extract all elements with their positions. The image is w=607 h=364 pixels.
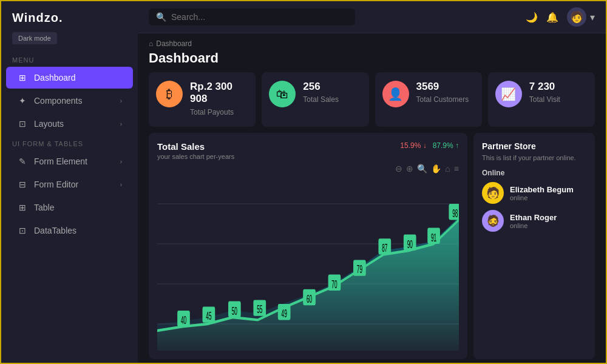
sidebar-item-form-element[interactable]: ✎ Form Element ›	[6, 150, 133, 172]
partner-desc: This is list if your partner online.	[482, 153, 586, 163]
zoom-in-icon[interactable]: 🔍	[417, 164, 427, 174]
svg-text:50: 50	[232, 305, 237, 317]
svg-text:70: 70	[331, 278, 337, 290]
svg-text:91: 91	[431, 232, 436, 243]
sidebar-item-layouts[interactable]: ⊡ Layouts ›	[6, 113, 133, 135]
stat-info-payouts: Rp.2 300 908 Total Payouts	[190, 81, 248, 117]
payouts-icon-wrap: ₿	[156, 81, 183, 107]
moon-icon[interactable]: 🌙	[526, 12, 538, 23]
payouts-icon: ₿	[166, 87, 172, 101]
customers-label: Total Customers	[416, 95, 469, 105]
topbar-icons: 🌙 🔔 🧑 ▾	[526, 7, 595, 27]
bell-icon[interactable]: 🔔	[546, 12, 558, 23]
svg-text:45: 45	[206, 311, 211, 322]
visit-label: Total Visit	[529, 95, 560, 105]
chart-svg: 40 45 50 55 49 60 70 79	[157, 177, 459, 351]
chart-stats: 15.9% ↓ 87.9% ↑	[400, 141, 459, 150]
datatables-icon: ⊡	[17, 226, 28, 235]
pan-icon[interactable]: ✋	[431, 164, 441, 174]
sidebar-item-label-table: Table	[34, 203, 54, 212]
stat-card-sales: 🛍 256 Total Sales	[262, 72, 368, 127]
chart-subtitle: your sales chart per-years	[157, 153, 234, 160]
sidebar-item-datatables[interactable]: ⊡ DataTables	[6, 220, 133, 241]
chart-header: Total Sales your sales chart per-years 1…	[157, 141, 459, 160]
partner-status-0: online	[510, 194, 574, 201]
stat-info-sales: 256 Total Sales	[303, 81, 339, 105]
sidebar-item-form-editor[interactable]: ⊟ Form Editor ›	[6, 174, 133, 195]
partner-card: Partner Store This is list if your partn…	[473, 133, 595, 359]
customers-value: 3569	[416, 81, 469, 93]
zoom-reset-icon[interactable]: ⊕	[406, 164, 413, 174]
main-content: 🔍 🌙 🔔 🧑 ▾ ⌂ Dashboard Dashboard ₿	[138, 1, 606, 364]
zoom-out-icon[interactable]: ⊖	[395, 164, 402, 174]
components-icon: ✦	[17, 96, 28, 106]
home-chart-icon[interactable]: ⌂	[445, 164, 450, 174]
visit-icon: 📈	[501, 87, 516, 101]
visit-value: 7 230	[529, 81, 560, 93]
home-icon: ⌂	[149, 39, 153, 48]
chevron-icon: ›	[120, 98, 122, 104]
payouts-value: Rp.2 300 908	[190, 81, 248, 106]
search-wrap: 🔍	[149, 8, 355, 25]
sales-value: 256	[303, 81, 339, 93]
chart-toolbar: ⊖ ⊕ 🔍 ✋ ⌂ ≡	[157, 164, 459, 174]
partner-info-1: Ethan Roger online	[510, 213, 557, 229]
stat-card-visit: 📈 7 230 Total Visit	[488, 72, 595, 127]
chart-stat-down: 15.9% ↓	[400, 141, 426, 150]
sidebar-item-label-datatables: DataTables	[34, 226, 76, 235]
sidebar-item-label-layouts: Layouts	[34, 119, 64, 129]
sidebar-item-components[interactable]: ✦ Components ›	[6, 90, 133, 112]
form-editor-icon: ⊟	[17, 180, 28, 189]
partner-name-1: Ethan Roger	[510, 213, 557, 222]
svg-text:98: 98	[452, 208, 458, 220]
partner-avatar-0: 🧑	[482, 182, 504, 204]
chevron-icon-form-editor: ›	[120, 181, 122, 188]
form-element-icon: ✎	[17, 157, 28, 166]
sidebar-item-label-form-element: Form Element	[34, 157, 87, 166]
sidebar-item-dashboard[interactable]: ⊞ Dashboard	[6, 67, 133, 89]
svg-text:79: 79	[357, 264, 362, 275]
chart-title-area: Total Sales your sales chart per-years	[157, 141, 234, 160]
chart-title: Total Sales	[157, 141, 234, 152]
sidebar-item-table[interactable]: ⊞ Table	[6, 197, 133, 218]
ui-section-label: UI Form & Tables	[1, 135, 138, 150]
payouts-label: Total Payouts	[190, 108, 248, 118]
search-icon: 🔍	[156, 12, 166, 22]
svg-text:60: 60	[307, 293, 312, 305]
stat-info-customers: 3569 Total Customers	[416, 81, 469, 105]
svg-text:40: 40	[181, 315, 186, 326]
user-chevron-icon: ▾	[590, 12, 595, 23]
sales-icon-wrap: 🛍	[269, 81, 296, 107]
sidebar-item-label-form-editor: Form Editor	[34, 180, 78, 189]
table-icon: ⊞	[17, 203, 28, 212]
sidebar-item-label-components: Components	[34, 96, 82, 106]
search-input[interactable]	[171, 12, 348, 22]
svg-text:87: 87	[382, 243, 387, 254]
breadcrumb: ⌂ Dashboard	[138, 33, 606, 49]
avatar: 🧑	[567, 7, 586, 27]
svg-text:49: 49	[282, 308, 287, 320]
partner-avatar-1: 🧔	[482, 210, 504, 232]
menu-section-label: Menu	[1, 52, 138, 66]
chart-card: Total Sales your sales chart per-years 1…	[149, 133, 467, 359]
stat-info-visit: 7 230 Total Visit	[529, 81, 560, 105]
svg-text:55: 55	[257, 304, 262, 315]
dashboard-icon: ⊞	[17, 73, 28, 83]
customers-icon-wrap: 👤	[382, 81, 409, 107]
avatar-wrap[interactable]: 🧑 ▾	[567, 7, 595, 27]
partner-item-0: 🧑 Elizabeth Begum online	[482, 182, 586, 204]
visit-icon-wrap: 📈	[495, 81, 522, 107]
page-title: Dashboard	[138, 49, 606, 72]
sales-label: Total Sales	[303, 95, 339, 105]
menu-chart-icon[interactable]: ≡	[454, 164, 459, 174]
sales-icon: 🛍	[276, 87, 288, 101]
dark-mode-button[interactable]: Dark mode	[12, 32, 57, 44]
chevron-icon-layouts: ›	[120, 121, 122, 127]
partner-title: Partner Store	[482, 141, 586, 151]
topbar: 🔍 🌙 🔔 🧑 ▾	[138, 1, 606, 33]
partner-name-0: Elizabeth Begum	[510, 185, 574, 194]
sidebar-item-label-dashboard: Dashboard	[34, 73, 76, 83]
stat-cards: ₿ Rp.2 300 908 Total Payouts 🛍 256 Total…	[138, 72, 606, 133]
content-area: ⌂ Dashboard Dashboard ₿ Rp.2 300 908 Tot…	[138, 33, 606, 364]
chart-area: 40 45 50 55 49 60 70 79	[157, 177, 459, 351]
